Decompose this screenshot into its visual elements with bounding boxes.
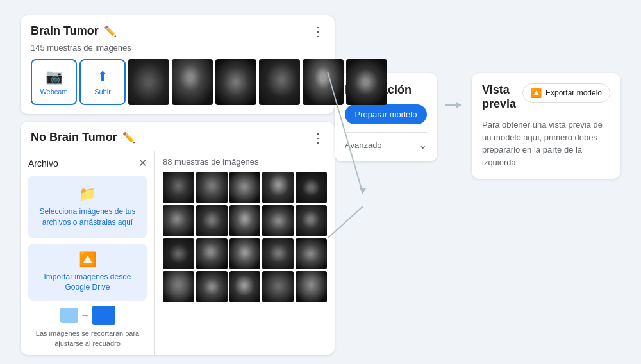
card2-title: No Brain Tumor bbox=[31, 131, 117, 144]
upload-button[interactable]: ⬆ Subir bbox=[79, 59, 126, 105]
grid-thumb-6 bbox=[163, 205, 194, 236]
crop-arrow-icon: → bbox=[81, 310, 90, 320]
export-label: Exportar modelo bbox=[545, 88, 602, 97]
crop-img-after-icon bbox=[92, 306, 115, 325]
card2-edit-icon[interactable]: ✏️ bbox=[122, 131, 135, 144]
grid-thumb-10 bbox=[296, 205, 327, 236]
image-grid bbox=[163, 172, 327, 302]
brain-tumor-card: Brain Tumor ✏️ ⋮ 145 muestras de imágene… bbox=[21, 15, 335, 114]
google-drive-option[interactable]: 🔼 Importar imágenes desde Google Drive bbox=[28, 244, 147, 301]
card1-more-icon[interactable]: ⋮ bbox=[312, 25, 324, 38]
grid-thumb-16 bbox=[163, 271, 194, 302]
advanced-label: Avanzado bbox=[345, 140, 382, 150]
google-drive-text: Importar imágenes desde Google Drive bbox=[35, 272, 140, 294]
grid-thumb-13 bbox=[229, 238, 261, 270]
webcam-button[interactable]: 📷 Webcam bbox=[31, 59, 77, 105]
file-panel-close-icon[interactable]: ✕ bbox=[138, 157, 147, 169]
crop-img-before-icon bbox=[60, 308, 78, 323]
webcam-icon: 📷 bbox=[46, 69, 63, 85]
webcam-label: Webcam bbox=[40, 88, 67, 95]
thumb-4 bbox=[259, 59, 300, 105]
grid-thumb-12 bbox=[196, 238, 228, 270]
drive-icon: 🔼 bbox=[35, 251, 140, 268]
grid-thumb-2 bbox=[196, 172, 228, 203]
export-icon: 🔼 bbox=[531, 88, 542, 98]
grid-thumb-14 bbox=[262, 238, 294, 270]
card1-image-strip: 📷 Webcam ⬆ Subir bbox=[31, 59, 324, 105]
preview-title: Vista previa bbox=[482, 83, 522, 111]
card1-title-row: Brain Tumor ✏️ bbox=[31, 24, 117, 38]
no-brain-tumor-card: No Brain Tumor ✏️ ⋮ Archivo ✕ 📁 Seleccio… bbox=[21, 122, 335, 355]
select-files-option[interactable]: 📁 Selecciona imágenes de tus archivos o … bbox=[28, 176, 147, 238]
image-grid-panel: 88 muestras de imágenes bbox=[155, 151, 335, 355]
upload-icon: ⬆ bbox=[97, 69, 108, 85]
grid-thumb-17 bbox=[196, 271, 228, 302]
grid-thumb-15 bbox=[296, 238, 327, 270]
thumb-3 bbox=[215, 59, 256, 105]
card2-header: No Brain Tumor ✏️ ⋮ bbox=[21, 122, 335, 151]
preview-header: Vista previa 🔼 Exportar modelo bbox=[482, 83, 610, 111]
svg-marker-4 bbox=[456, 102, 461, 108]
card1-title: Brain Tumor bbox=[31, 24, 99, 38]
thumb-1 bbox=[128, 59, 169, 105]
grid-thumb-3 bbox=[229, 172, 261, 203]
right-cards: Preparación Preparar modelo Avanzado ⌄ V… bbox=[335, 73, 620, 364]
grid-thumb-11 bbox=[163, 238, 194, 270]
grid-thumb-7 bbox=[196, 205, 228, 236]
grid-thumb-18 bbox=[229, 271, 261, 302]
card1-upload-buttons: 📷 Webcam ⬆ Subir bbox=[31, 59, 126, 105]
chevron-down-icon: ⌄ bbox=[419, 139, 427, 151]
file-panel: Archivo ✕ 📁 Selecciona imágenes de tus a… bbox=[21, 151, 155, 355]
file-panel-title: Archivo bbox=[28, 158, 58, 169]
file-panel-header: Archivo ✕ bbox=[28, 157, 147, 169]
thumb-6 bbox=[346, 59, 387, 105]
card1-sample-count: 145 muestras de imágenes bbox=[31, 43, 324, 53]
grid-thumb-19 bbox=[262, 271, 294, 302]
upload-label: Subir bbox=[94, 88, 111, 95]
crop-notice: → Las imágenes se recortarán para ajusta… bbox=[28, 306, 147, 349]
folder-icon: 📁 bbox=[35, 186, 140, 203]
card2-body: Archivo ✕ 📁 Selecciona imágenes de tus a… bbox=[21, 151, 335, 355]
preview-description: Para obtener una vista previa de un mode… bbox=[482, 119, 610, 169]
export-model-button[interactable]: 🔼 Exportar modelo bbox=[522, 83, 610, 103]
preview-card: Vista previa 🔼 Exportar modelo Para obte… bbox=[472, 73, 620, 179]
select-files-text: Selecciona imágenes de tus archivos o ar… bbox=[35, 206, 140, 228]
grid-thumb-5 bbox=[296, 172, 327, 203]
thumb-2 bbox=[172, 59, 213, 105]
card1-edit-icon[interactable]: ✏️ bbox=[104, 25, 117, 37]
crop-text: Las imágenes se recortarán para ajustars… bbox=[28, 329, 147, 349]
grid-thumb-8 bbox=[229, 205, 261, 236]
prep-to-preview-connector bbox=[445, 86, 464, 124]
advanced-row[interactable]: Avanzado ⌄ bbox=[345, 132, 427, 151]
card1-header: Brain Tumor ✏️ ⋮ bbox=[31, 24, 324, 38]
grid-thumb-1 bbox=[163, 172, 194, 203]
crop-icons-row: → bbox=[60, 306, 115, 325]
grid-thumb-4 bbox=[262, 172, 294, 203]
prepare-model-button[interactable]: Preparar modelo bbox=[345, 104, 427, 124]
thumb-5 bbox=[303, 59, 344, 105]
grid-thumb-9 bbox=[262, 205, 294, 236]
card2-more-icon[interactable]: ⋮ bbox=[312, 131, 324, 144]
grid-thumb-20 bbox=[296, 271, 327, 302]
card2-sample-count: 88 muestras de imágenes bbox=[163, 157, 327, 167]
card2-title-row: No Brain Tumor ✏️ bbox=[31, 131, 135, 144]
